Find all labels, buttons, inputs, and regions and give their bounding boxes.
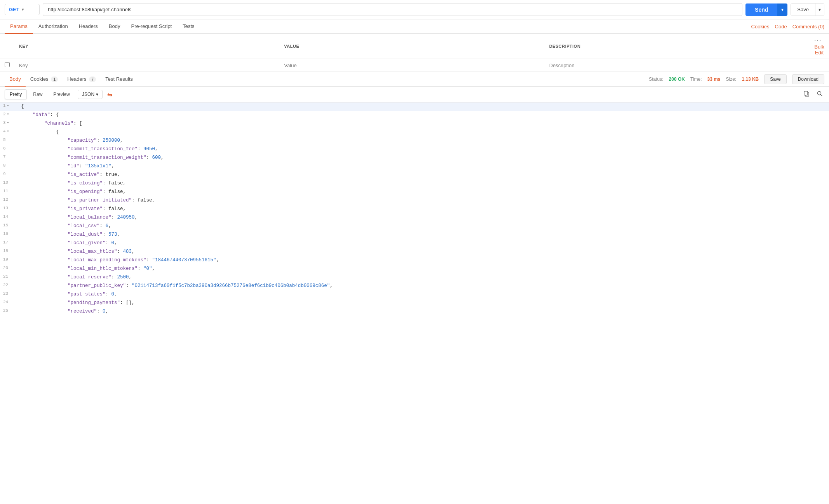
key-input[interactable] (19, 63, 275, 68)
code-line: 23 "past_states": 0, (0, 290, 829, 299)
time-label: Time: (690, 76, 702, 82)
row-key-cell[interactable] (14, 59, 279, 72)
value-input[interactable] (284, 63, 540, 68)
comments-link[interactable]: Comments (0) (792, 24, 824, 30)
svg-rect-1 (804, 91, 808, 95)
save-btn-group: Save ▾ (791, 3, 824, 16)
line-content: "is_active": true, (19, 171, 829, 179)
method-dropdown[interactable]: GET ▾ (5, 4, 40, 15)
params-section: KEY VALUE DESCRIPTION ··· Bulk Edit (0, 34, 829, 72)
code-line: 16 "local_dust": 573, (0, 231, 829, 239)
line-number: 12 (0, 196, 19, 203)
url-input[interactable] (43, 3, 742, 16)
format-bar: Pretty Raw Preview JSON ▾ ⇋ (0, 87, 829, 103)
line-number: 8 (0, 162, 19, 169)
send-button[interactable]: Send (745, 3, 777, 16)
line-number: 4▾ (0, 128, 19, 135)
line-content: "data": { (19, 111, 829, 119)
request-tabs: Params Authorization Headers Body Pre-re… (0, 19, 829, 34)
method-arrow-icon: ▾ (22, 7, 24, 12)
tab-pre-request-script[interactable]: Pre-request Script (125, 19, 177, 34)
line-toggle[interactable]: ▾ (6, 104, 10, 108)
code-line: 17 "local_given": 0, (0, 239, 829, 248)
cookies-link[interactable]: Cookies (751, 24, 770, 30)
line-number: 17 (0, 239, 19, 246)
code-line: 7 "commit_transaction_weight": 600, (0, 154, 829, 162)
send-arrow-button[interactable]: ▾ (777, 3, 787, 16)
th-checkbox (0, 34, 14, 59)
row-desc-cell[interactable] (545, 59, 810, 72)
line-number: 19 (0, 256, 19, 263)
response-download-button[interactable]: Download (792, 74, 824, 84)
resp-tab-test-results[interactable]: Test Results (101, 72, 138, 87)
th-key: KEY (14, 34, 279, 59)
save-arrow-button[interactable]: ▾ (815, 3, 824, 16)
line-content: "local_dust": 573, (19, 231, 829, 238)
line-content: "received": 0, (19, 308, 829, 315)
svg-line-3 (821, 95, 822, 96)
code-line: 13 "is_private": false, (0, 205, 829, 214)
tab-headers[interactable]: Headers (73, 19, 103, 34)
resp-tab-cookies[interactable]: Cookies 1 (26, 72, 63, 87)
line-content: "id": "135x1x1", (19, 162, 829, 170)
headers-badge: 7 (89, 76, 96, 82)
code-line: 12 "is_partner_initiated": false, (0, 196, 829, 205)
resp-tab-body[interactable]: Body (5, 72, 26, 87)
code-link[interactable]: Code (775, 24, 787, 30)
time-value: 33 ms (707, 76, 721, 82)
line-number: 13 (0, 205, 19, 212)
line-content: "local_max_pending_mtokens": "1844674407… (19, 256, 829, 264)
line-content: { (19, 103, 829, 110)
th-description: DESCRIPTION (545, 34, 810, 59)
format-select[interactable]: JSON ▾ (78, 90, 103, 99)
row-value-cell[interactable] (279, 59, 544, 72)
line-number: 16 (0, 231, 19, 238)
code-line: 9 "is_active": true, (0, 171, 829, 179)
pretty-button[interactable]: Pretty (5, 89, 27, 99)
code-view[interactable]: 1▾{2▾ "data": {3▾ "channels": [4▾ {5 "ca… (0, 103, 829, 320)
code-line: 15 "local_csv": 6, (0, 222, 829, 231)
line-toggle[interactable]: ▾ (6, 112, 10, 117)
line-number: 22 (0, 282, 19, 289)
save-button[interactable]: Save (791, 3, 815, 16)
line-toggle[interactable]: ▾ (6, 121, 10, 125)
row-action-cell (810, 59, 829, 72)
line-content: "is_partner_initiated": false, (19, 196, 829, 204)
code-line: 21 "local_reserve": 2500, (0, 273, 829, 282)
format-label: JSON (82, 92, 94, 97)
copy-icon[interactable] (802, 89, 811, 100)
line-toggle[interactable]: ▾ (6, 129, 10, 134)
more-options-button[interactable]: ··· (814, 37, 822, 44)
response-save-button[interactable]: Save (764, 74, 786, 84)
line-number: 5 (0, 137, 19, 144)
line-content: "local_max_htlcs": 483, (19, 248, 829, 255)
tab-params[interactable]: Params (5, 19, 33, 34)
line-number: 9 (0, 171, 19, 178)
wrap-icon[interactable]: ⇋ (107, 91, 112, 98)
line-number: 10 (0, 179, 19, 186)
th-value: VALUE (279, 34, 544, 59)
resp-tab-headers[interactable]: Headers 7 (63, 72, 101, 87)
response-section: Body Cookies 1 Headers 7 Test Results St… (0, 72, 829, 320)
preview-button[interactable]: Preview (49, 90, 75, 99)
code-line: 11 "is_opening": false, (0, 188, 829, 196)
code-line: 2▾ "data": { (0, 111, 829, 120)
params-table: KEY VALUE DESCRIPTION ··· Bulk Edit (0, 34, 829, 72)
line-number: 1▾ (0, 103, 19, 109)
description-input[interactable] (549, 63, 805, 68)
code-line: 1▾{ (0, 103, 829, 111)
row-checkbox[interactable] (5, 62, 10, 67)
line-number: 20 (0, 265, 19, 272)
tab-tests[interactable]: Tests (177, 19, 200, 34)
line-number: 11 (0, 188, 19, 195)
line-content: "local_min_htlc_mtokens": "0", (19, 265, 829, 273)
code-line: 19 "local_max_pending_mtokens": "1844674… (0, 256, 829, 265)
search-icon[interactable] (815, 89, 824, 100)
bulk-edit-button[interactable]: Bulk Edit (814, 44, 824, 56)
tab-body[interactable]: Body (103, 19, 126, 34)
code-line: 14 "local_balance": 240950, (0, 214, 829, 222)
line-content: "past_states": 0, (19, 290, 829, 298)
tab-authorization[interactable]: Authorization (33, 19, 73, 34)
size-label: Size: (726, 76, 737, 82)
raw-button[interactable]: Raw (28, 90, 47, 99)
